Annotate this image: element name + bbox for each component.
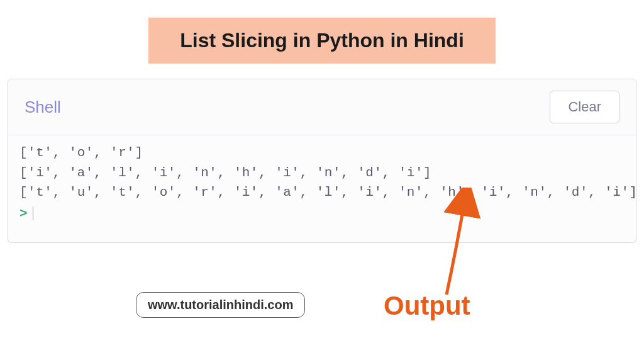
output-line: ['t', 'o', 'r']	[19, 143, 625, 163]
prompt-line[interactable]: >	[19, 204, 625, 224]
shell-label: Shell	[25, 98, 61, 117]
prompt-symbol: >	[19, 204, 28, 224]
website-badge: www.tutorialinhindi.com	[136, 292, 305, 318]
title-banner: List Slicing in Python in Hindi	[148, 18, 496, 64]
output-line: ['t', 'u', 't', 'o', 'r', 'i', 'a', 'l',…	[19, 183, 625, 203]
page-title: List Slicing in Python in Hindi	[180, 29, 464, 52]
console-header: Shell Clear	[8, 79, 636, 135]
clear-button[interactable]: Clear	[550, 91, 619, 123]
console-body: ['t', 'o', 'r'] ['i', 'a', 'l', 'i', 'n'…	[8, 135, 636, 242]
output-annotation-label: Output	[384, 291, 470, 321]
cursor-icon	[33, 206, 33, 220]
console-panel: Shell Clear ['t', 'o', 'r'] ['i', 'a', '…	[8, 79, 636, 243]
output-line: ['i', 'a', 'l', 'i', 'n', 'h', 'i', 'n',…	[19, 163, 625, 183]
